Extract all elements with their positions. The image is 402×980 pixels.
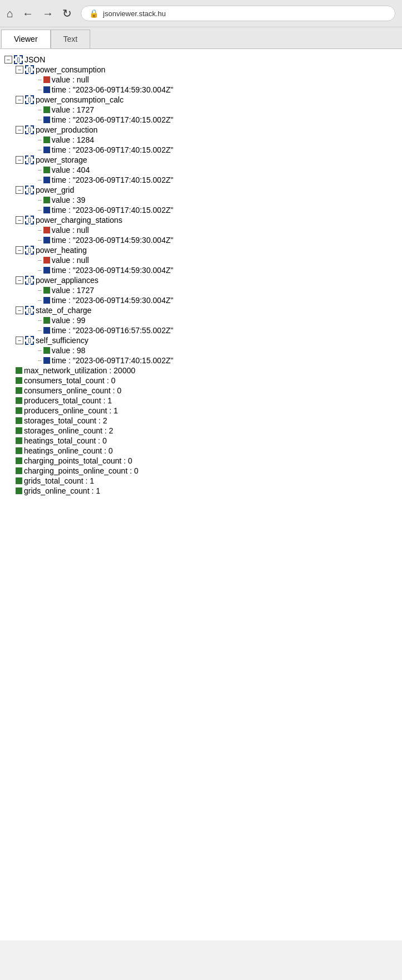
collapse-power_consumption[interactable]: − (16, 66, 23, 74)
root-collapse[interactable]: − (4, 56, 12, 64)
obj-icon-power_consumption: {} (25, 65, 34, 74)
collapse-power_heating[interactable]: − (16, 246, 23, 254)
connector: – (38, 286, 42, 294)
bullet-time (43, 267, 50, 274)
collapse-power_charging_stations[interactable]: − (16, 216, 23, 224)
child-key: value : 98 (52, 346, 86, 355)
collapse-self_sufficiency[interactable]: − (16, 337, 23, 344)
tab-text[interactable]: Text (51, 30, 91, 48)
bullet-time (43, 116, 50, 123)
collapse-power_storage[interactable]: − (16, 156, 23, 164)
obj-node-power_storage: − {} power_storage (4, 155, 398, 165)
obj-node-state_of_charge: − {} state_of_charge (4, 305, 398, 315)
tab-viewer[interactable]: Viewer (1, 30, 51, 48)
obj-node-self_sufficiency: − {} self_sufficiency (4, 335, 398, 345)
child-key: value : null (52, 75, 89, 84)
child-state_of_charge-value: – value : 99 (4, 315, 398, 325)
key-power_appliances: power_appliances (36, 276, 99, 285)
reload-icon[interactable]: ↻ (62, 7, 72, 20)
connector: – (38, 136, 42, 144)
child-power_grid-value: – value : 39 (4, 195, 398, 205)
obj-node-power_charging_stations: − {} power_charging_stations (4, 215, 398, 225)
bullet-time (43, 177, 50, 183)
flat-bullet (16, 407, 22, 414)
collapse-power_appliances[interactable]: − (16, 276, 23, 284)
key-power_storage: power_storage (36, 155, 87, 164)
flat-key: producers_total_count : 1 (24, 396, 112, 405)
child-key: value : null (52, 226, 89, 235)
connector: – (38, 106, 42, 114)
collapse-state_of_charge[interactable]: − (16, 306, 23, 314)
address-bar[interactable]: 🔒 jsonviewer.stack.hu (81, 6, 395, 21)
flat-field-producers_total_count: producers_total_count : 1 (4, 396, 398, 406)
obj-icon-power_storage: {} (25, 155, 34, 164)
browser-chrome: ⌂ ← → ↻ 🔒 jsonviewer.stack.hu (0, 0, 402, 27)
obj-icon-self_sufficiency: {} (25, 336, 34, 345)
bullet-value (43, 317, 50, 324)
key-self_sufficiency: self_sufficiency (36, 336, 89, 345)
obj-node-power_consumption_calc: − {} power_consumption_calc (4, 95, 398, 105)
flat-bullet (16, 477, 22, 484)
child-key: time : "2023-06-09T17:40:15.002Z" (52, 115, 174, 124)
flat-key: max_network_utilization : 20000 (24, 366, 135, 375)
bullet-time (43, 207, 50, 213)
connector: – (38, 326, 42, 334)
child-power_charging_stations-value: – value : null (4, 225, 398, 235)
forward-icon[interactable]: → (42, 7, 53, 20)
bullet-time (43, 357, 50, 364)
obj-node-power_production: − {} power_production (4, 125, 398, 135)
flat-bullet (16, 457, 22, 464)
key-power_charging_stations: power_charging_stations (36, 216, 122, 225)
child-key: value : 1727 (52, 105, 94, 114)
bullet-value (43, 136, 50, 143)
flat-container: max_network_utilization : 20000 consumer… (4, 365, 398, 496)
bullet-value (43, 197, 50, 203)
flat-field-storages_online_count: storages_online_count : 2 (4, 426, 398, 436)
child-key: value : 1284 (52, 135, 94, 144)
collapse-power_production[interactable]: − (16, 126, 23, 134)
flat-field-producers_online_count: producers_online_count : 1 (4, 406, 398, 416)
connector: – (38, 166, 42, 174)
child-power_storage-time: – time : "2023-06-09T17:40:15.002Z" (4, 175, 398, 185)
bullet-time (43, 297, 50, 304)
root-obj-icon: {} (14, 55, 23, 64)
child-power_heating-time: – time : "2023-06-09T14:59:30.004Z" (4, 265, 398, 275)
child-power_appliances-value: – value : 1727 (4, 285, 398, 295)
child-key: value : null (52, 256, 89, 265)
flat-key: heatings_total_count : 0 (24, 436, 107, 445)
connector: – (38, 196, 42, 204)
child-key: value : 99 (52, 316, 86, 325)
key-power_production: power_production (36, 125, 97, 134)
bullet-value (43, 347, 50, 354)
obj-icon-power_heating: {} (25, 246, 34, 255)
obj-icon-power_charging_stations: {} (25, 216, 34, 225)
child-power_storage-value: – value : 404 (4, 165, 398, 175)
obj-node-power_consumption: − {} power_consumption (4, 65, 398, 75)
home-icon[interactable]: ⌂ (7, 7, 13, 20)
connector: – (38, 296, 42, 304)
collapse-power_consumption_calc[interactable]: − (16, 96, 23, 104)
child-key: time : "2023-06-09T14:59:30.004Z" (52, 296, 174, 305)
bullet-time (43, 86, 50, 93)
child-key: time : "2023-06-09T14:59:30.004Z" (52, 266, 174, 275)
bullet-time (43, 327, 50, 334)
child-power_heating-value: – value : null (4, 255, 398, 265)
root-node: − {} JSON (4, 55, 398, 65)
flat-field-charging_points_online_count: charging_points_online_count : 0 (4, 466, 398, 476)
flat-bullet (16, 377, 22, 384)
root-label: JSON (24, 55, 45, 64)
back-icon[interactable]: ← (22, 7, 33, 20)
url-text: jsonviewer.stack.hu (103, 9, 166, 18)
bullet-value (43, 76, 50, 83)
tab-bar: Viewer Text (0, 27, 402, 49)
child-key: time : "2023-06-09T17:40:15.002Z" (52, 145, 174, 154)
flat-key: storages_online_count : 2 (24, 426, 113, 435)
bullet-time (43, 237, 50, 243)
bullet-value (43, 287, 50, 294)
flat-bullet (16, 447, 22, 454)
obj-node-power_grid: − {} power_grid (4, 185, 398, 195)
flat-key: heatings_online_count : 0 (24, 446, 113, 455)
flat-field-storages_total_count: storages_total_count : 2 (4, 416, 398, 426)
key-state_of_charge: state_of_charge (36, 306, 91, 315)
collapse-power_grid[interactable]: − (16, 186, 23, 194)
